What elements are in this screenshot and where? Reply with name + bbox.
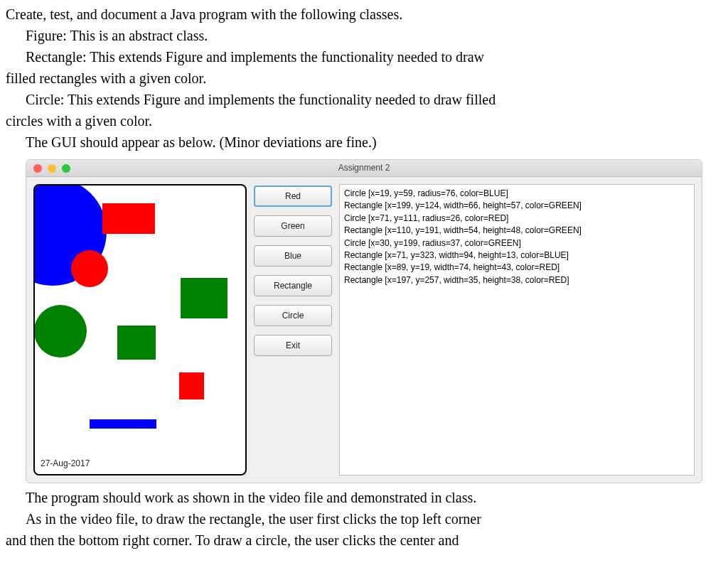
log-line: Rectangle [x=89, y=19, width=74, height=… (344, 262, 690, 274)
log-line: Circle [x=71, y=111, radius=26, color=RE… (344, 213, 690, 225)
traffic-lights (26, 164, 70, 173)
log-line: Rectangle [x=71, y=323, width=94, height… (344, 249, 690, 262)
doc-paragraph: and then the bottom right corner. To dra… (6, 530, 722, 550)
log-line: Rectangle [x=199, y=124, width=66, heigh… (344, 200, 690, 212)
rectangle-shape (102, 203, 155, 234)
maximize-icon[interactable] (62, 164, 70, 173)
doc-paragraph: Circle: This extends Figure and implemen… (6, 90, 722, 109)
doc-paragraph: Figure: This is an abstract class. (6, 26, 722, 45)
red-button[interactable]: Red (254, 186, 332, 207)
title-bar: Assignment 2 (26, 160, 702, 177)
app-body: 27-Aug-2017 Red Green Blue Rectangle Cir… (26, 177, 702, 483)
log-panel[interactable]: Circle [x=19, y=59, radius=76, color=BLU… (339, 184, 695, 475)
log-line: Circle [x=30, y=199, radius=37, color=GR… (344, 237, 690, 249)
circle-shape (34, 305, 87, 358)
button-column: Red Green Blue Rectangle Circle Exit (254, 184, 332, 356)
log-line: Rectangle [x=197, y=257, width=35, heigh… (344, 274, 690, 286)
rectangle-button[interactable]: Rectangle (254, 275, 332, 296)
doc-paragraph: Create, test, and document a Java progra… (6, 4, 722, 24)
circle-shape (71, 250, 108, 287)
date-label: 27-Aug-2017 (41, 458, 90, 470)
minimize-icon[interactable] (48, 164, 56, 173)
rectangle-shape (117, 326, 156, 360)
log-line: Rectangle [x=110, y=191, width=54, heigh… (344, 225, 690, 237)
doc-paragraph: The program should work as shown in the … (6, 488, 722, 507)
green-button[interactable]: Green (254, 215, 332, 237)
rectangle-shape (179, 372, 204, 399)
doc-paragraph: filled rectangles with a given color. (6, 68, 722, 88)
circle-button[interactable]: Circle (254, 305, 332, 326)
close-icon[interactable] (33, 164, 42, 173)
doc-paragraph: As in the video file, to draw the rectan… (6, 509, 722, 529)
doc-paragraph: circles with a given color. (6, 111, 722, 131)
doc-paragraph: The GUI should appear as below. (Minor d… (6, 132, 722, 152)
exit-button[interactable]: Exit (254, 335, 332, 356)
drawing-canvas[interactable]: 27-Aug-2017 (33, 184, 247, 475)
window-title: Assignment 2 (26, 162, 702, 174)
rectangle-shape (181, 278, 228, 318)
rectangle-shape (90, 419, 156, 429)
blue-button[interactable]: Blue (254, 245, 332, 267)
log-line: Circle [x=19, y=59, radius=76, color=BLU… (344, 188, 690, 200)
app-window: Assignment 2 27-Aug-2017 Red Green Blue … (26, 159, 702, 483)
doc-paragraph: Rectangle: This extends Figure and imple… (6, 47, 722, 67)
